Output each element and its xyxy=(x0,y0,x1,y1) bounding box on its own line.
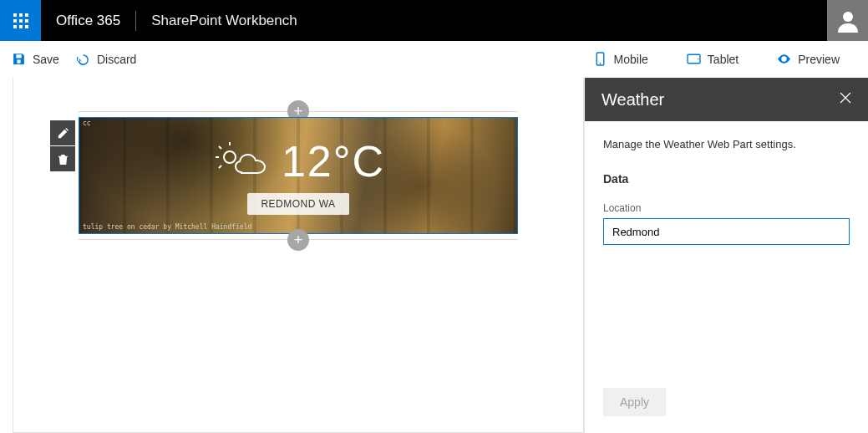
svg-point-2 xyxy=(599,63,601,64)
svg-point-4 xyxy=(698,59,698,59)
temperature-value: 12°C xyxy=(282,136,385,186)
weather-webpart[interactable]: cc xyxy=(79,117,518,234)
global-nav-bar: Office 365 SharePoint Workbench xyxy=(0,0,868,41)
close-icon xyxy=(840,92,851,104)
pane-header: Weather xyxy=(585,78,868,121)
person-icon xyxy=(835,8,861,34)
mobile-icon xyxy=(593,52,607,66)
svg-point-0 xyxy=(843,12,853,22)
mobile-label: Mobile xyxy=(614,53,648,66)
pane-title: Weather xyxy=(602,90,664,110)
trash-icon xyxy=(57,153,69,166)
weather-condition-icon xyxy=(211,140,270,182)
undo-icon xyxy=(76,52,90,66)
mobile-view-button[interactable]: Mobile xyxy=(593,52,648,66)
product-name: SharePoint Workbench xyxy=(136,0,312,41)
canvas: + cc xyxy=(13,78,584,433)
tablet-label: Tablet xyxy=(708,53,739,66)
discard-button[interactable]: Discard xyxy=(76,52,136,66)
command-bar: Save Discard Mobile Tablet Preview xyxy=(0,41,868,78)
svg-line-9 xyxy=(219,146,221,149)
pane-group-title: Data xyxy=(603,172,850,186)
add-webpart-bottom[interactable]: + xyxy=(287,229,309,251)
location-input[interactable] xyxy=(603,218,850,245)
location-field-label: Location xyxy=(603,202,850,214)
property-pane: Weather Manage the Weather Web Part sett… xyxy=(584,78,868,433)
save-button[interactable]: Save xyxy=(12,52,59,66)
webpart-toolbar xyxy=(50,120,75,171)
save-label: Save xyxy=(33,53,59,66)
location-pill: REDMOND WA xyxy=(247,193,348,215)
delete-webpart-button[interactable] xyxy=(50,146,75,171)
apply-button[interactable]: Apply xyxy=(603,388,666,416)
svg-point-5 xyxy=(783,58,785,60)
app-launcher-waffle[interactable] xyxy=(0,0,41,41)
svg-point-6 xyxy=(224,151,236,163)
close-pane-button[interactable] xyxy=(840,92,851,107)
pencil-icon xyxy=(57,127,69,140)
photo-credit: tulip tree on cedar by Mitchell Haindfie… xyxy=(83,223,251,231)
tablet-icon xyxy=(687,52,701,66)
svg-line-10 xyxy=(219,166,221,168)
edit-webpart-button[interactable] xyxy=(50,120,75,145)
preview-button[interactable]: Preview xyxy=(777,52,840,66)
canvas-section: + cc xyxy=(79,111,518,240)
save-icon xyxy=(12,52,26,66)
user-avatar[interactable] xyxy=(827,0,868,41)
eye-icon xyxy=(777,52,791,66)
preview-label: Preview xyxy=(798,53,840,66)
webpart-frame: cc xyxy=(79,117,518,234)
pane-description: Manage the Weather Web Part settings. xyxy=(603,138,850,150)
waffle-icon xyxy=(13,13,28,28)
tablet-view-button[interactable]: Tablet xyxy=(687,52,739,66)
discard-label: Discard xyxy=(97,53,136,66)
suite-brand[interactable]: Office 365 xyxy=(41,0,135,41)
